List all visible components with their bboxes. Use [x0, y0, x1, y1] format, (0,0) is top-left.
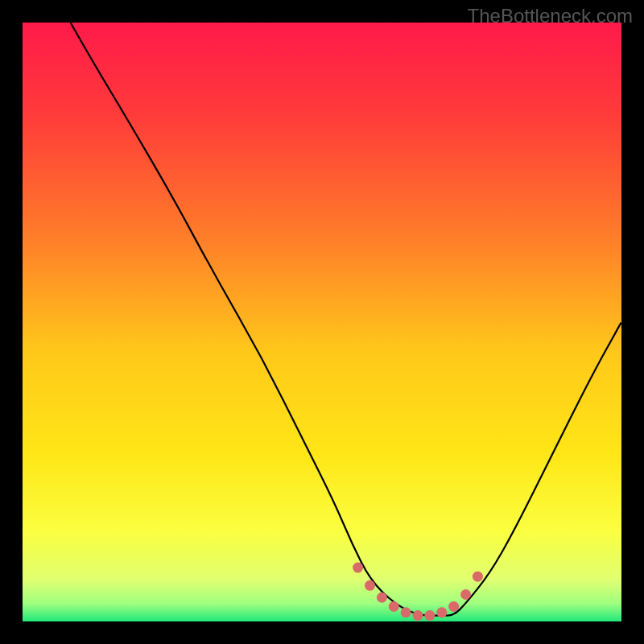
- highlight-marker: [365, 580, 375, 591]
- highlight-marker: [436, 607, 447, 617]
- chart-container: TheBottleneck.com: [0, 0, 644, 644]
- highlight-marker: [389, 601, 399, 612]
- highlight-marker: [377, 592, 387, 603]
- highlight-marker: [460, 589, 471, 600]
- highlight-marker: [448, 601, 459, 612]
- curve-layer: [23, 23, 621, 621]
- highlight-marker: [424, 610, 435, 621]
- watermark-text: TheBottleneck.com: [468, 5, 633, 27]
- plot-area: [23, 23, 621, 621]
- highlight-marker: [353, 563, 363, 573]
- highlight-markers: [353, 563, 483, 621]
- highlight-marker: [413, 610, 423, 621]
- highlight-marker: [473, 572, 483, 582]
- bottleneck-curve: [71, 23, 621, 616]
- highlight-marker: [401, 607, 411, 617]
